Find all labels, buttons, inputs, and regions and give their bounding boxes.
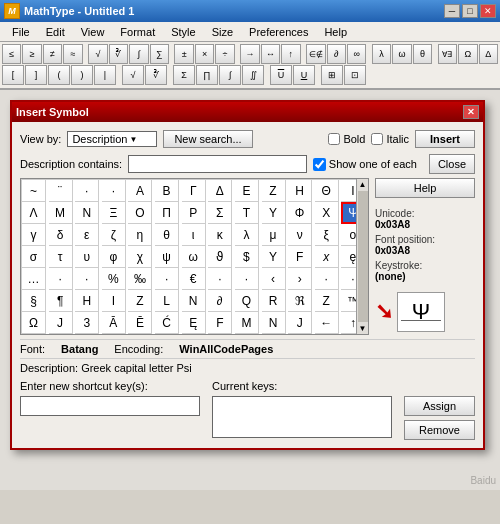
tb-uunderline[interactable]: U [293,65,315,85]
menu-size[interactable]: Size [204,24,241,40]
tb-lparen[interactable]: ( [48,65,70,85]
help-button[interactable]: Help [375,178,475,198]
tb-rbracket[interactable]: ] [25,65,47,85]
menu-file[interactable]: File [4,24,38,40]
sym-Y[interactable]: Y [262,246,286,268]
sym-kappa[interactable]: κ [208,224,232,246]
sym-Omicron[interactable]: Ο [128,202,152,224]
sym-psi[interactable]: ψ [155,246,179,268]
tb-uparrow[interactable]: ↑ [281,44,300,64]
sym-Zeta[interactable]: Ζ [262,180,286,202]
new-search-button[interactable]: New search... [163,130,252,148]
tb-leq[interactable]: ≤ [2,44,21,64]
sym-xi[interactable]: ξ [315,224,339,246]
tb-arrow[interactable]: → [240,44,259,64]
sym-partial[interactable]: ∂ [208,290,232,312]
sym-mu[interactable]: μ [262,224,286,246]
tb-sigma2[interactable]: Σ [173,65,195,85]
sym-Eta[interactable]: Η [288,180,312,202]
tb-ubar[interactable]: U [270,65,292,85]
tb-dblarrow[interactable]: ↔ [261,44,280,64]
sym-dot5[interactable]: · [75,268,99,290]
sym-Z2[interactable]: Z [128,290,152,312]
sym-phi[interactable]: φ [102,246,126,268]
tb-divide[interactable]: ÷ [215,44,234,64]
sym-ellipsis[interactable]: … [22,268,46,290]
sym-chi[interactable]: χ [128,246,152,268]
sym-F2[interactable]: F [208,312,232,334]
tb-omega2[interactable]: Ω [458,44,477,64]
sym-dot4[interactable]: · [49,268,73,290]
italic-checkbox[interactable] [371,133,383,145]
tb-lambda[interactable]: λ [372,44,391,64]
view-by-select[interactable]: Description ▼ [67,131,157,147]
sym-thetasym[interactable]: ϑ [208,246,232,268]
scroll-up-button[interactable]: ▲ [359,180,367,189]
minimize-button[interactable]: ─ [444,4,460,18]
sym-lsaquo[interactable]: ‹ [262,268,286,290]
sym-Alpha[interactable]: Α [128,180,152,202]
sym-J2[interactable]: J [288,312,312,334]
sym-Tau[interactable]: Τ [235,202,259,224]
tb-cbrt[interactable]: ∛ [109,44,128,64]
shortcut-key-input[interactable] [20,396,200,416]
sym-Delta[interactable]: Δ [208,180,232,202]
sym-Gamma[interactable]: Γ [182,180,206,202]
sym-sigma[interactable]: σ [22,246,46,268]
description-contains-input[interactable] [128,155,307,173]
sym-leftarrow[interactable]: ← [315,312,339,334]
sym-nu[interactable]: ν [288,224,312,246]
sym-iota[interactable]: ι [182,224,206,246]
sym-Phi[interactable]: Φ [288,202,312,224]
menu-edit[interactable]: Edit [38,24,73,40]
sym-Theta[interactable]: Θ [315,180,339,202]
sym-pilcrow[interactable]: ¶ [49,290,73,312]
sym-Re[interactable]: ℜ [288,290,312,312]
tb-abs[interactable]: | [94,65,116,85]
sym-rsaquo[interactable]: › [288,268,312,290]
tb-partial[interactable]: ∂ [327,44,346,64]
sym-dot6[interactable]: · [155,268,179,290]
close-window-button[interactable]: ✕ [480,4,496,18]
sym-Omega[interactable]: Ω [22,312,46,334]
tb-lbracket[interactable]: [ [2,65,24,85]
assign-button[interactable]: Assign [404,396,475,416]
sym-L[interactable]: L [155,290,179,312]
sym-upsilon[interactable]: υ [75,246,99,268]
sym-middot[interactable]: · [75,180,99,202]
tb-forall[interactable]: ∀∃ [438,44,457,64]
sym-Xi[interactable]: Ξ [102,202,126,224]
dialog-close-icon[interactable]: ✕ [463,105,479,119]
tb-times[interactable]: × [195,44,214,64]
sym-euro[interactable]: € [182,268,206,290]
sym-Rho[interactable]: Ρ [182,202,206,224]
menu-format[interactable]: Format [112,24,163,40]
sym-F[interactable]: F [288,246,312,268]
tb-infty[interactable]: ∞ [347,44,366,64]
sym-tau[interactable]: τ [49,246,73,268]
tb-plusminus[interactable]: ± [174,44,193,64]
sym-M[interactable]: M [235,312,259,334]
sym-Cacute[interactable]: Ć [155,312,179,334]
tb-int2[interactable]: ∫ [219,65,241,85]
sym-N2[interactable]: N [262,312,286,334]
menu-preferences[interactable]: Preferences [241,24,316,40]
sym-zeta[interactable]: ζ [102,224,126,246]
menu-help[interactable]: Help [316,24,355,40]
sym-Z3[interactable]: Z [315,290,339,312]
sym-omega[interactable]: ω [182,246,206,268]
tb-geq[interactable]: ≥ [22,44,41,64]
sym-theta-sm[interactable]: θ [155,224,179,246]
menu-style[interactable]: Style [163,24,203,40]
sym-Sigma[interactable]: Σ [208,202,232,224]
sym-3[interactable]: 3 [75,312,99,334]
sym-Upsilon[interactable]: Υ [262,202,286,224]
tb-delta[interactable]: Δ [479,44,498,64]
tb-integral[interactable]: ∫ [129,44,148,64]
sym-Amacron[interactable]: Ā [102,312,126,334]
tb-sqrt[interactable]: √ [88,44,107,64]
sym-H[interactable]: H [75,290,99,312]
menu-view[interactable]: View [73,24,113,40]
maximize-button[interactable]: □ [462,4,478,18]
sym-dot9[interactable]: · [315,268,339,290]
